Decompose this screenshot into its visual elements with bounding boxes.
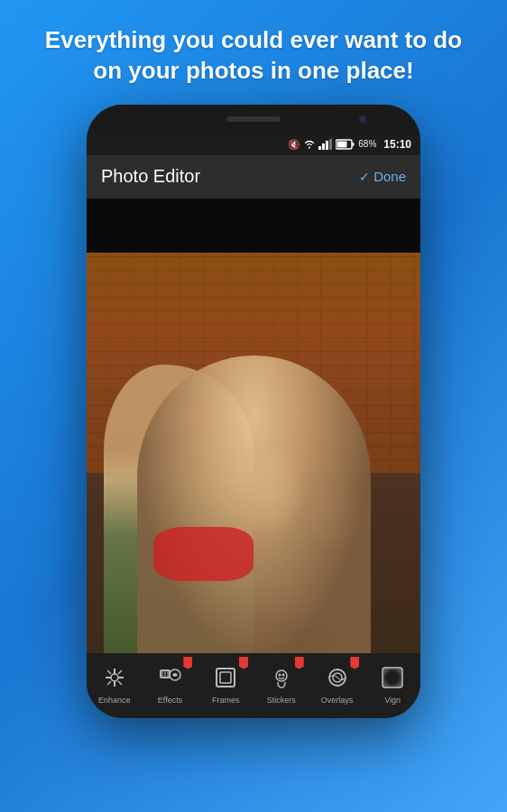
phone-top-hardware <box>87 105 420 134</box>
people-overlay <box>87 292 420 653</box>
wifi-icon <box>303 139 316 150</box>
front-camera <box>359 115 366 123</box>
stickers-badge <box>295 657 304 669</box>
status-icons: 🔇 68% <box>288 139 376 150</box>
svg-line-15 <box>107 681 111 685</box>
svg-rect-1 <box>318 146 321 150</box>
frames-icon <box>214 666 237 693</box>
speaker-grille <box>226 116 281 122</box>
stickers-label: Stickers <box>267 696 296 705</box>
toolbar-item-frames[interactable]: Frames <box>198 653 254 718</box>
effects-label: Effects <box>158 696 182 705</box>
toolbar-item-enhance[interactable]: Enhance <box>87 653 143 718</box>
svg-line-13 <box>107 670 111 674</box>
svg-rect-20 <box>217 669 235 687</box>
done-label: Done <box>373 169 406 184</box>
headline: Everything you could ever want to do on … <box>0 0 507 105</box>
status-bar: 🔇 68% 15:10 <box>87 134 420 155</box>
phone-mockup: 🔇 68% 15:10 <box>87 105 420 718</box>
svg-rect-4 <box>329 139 332 150</box>
svg-rect-7 <box>337 141 347 147</box>
battery-percent: 68% <box>358 139 376 149</box>
svg-point-22 <box>276 670 287 681</box>
checkmark-icon: ✓ <box>359 170 370 184</box>
stickers-icon <box>270 666 293 693</box>
enhance-icon <box>103 666 126 693</box>
app-title: Photo Editor <box>101 166 200 187</box>
effects-badge <box>183 657 192 669</box>
photo-background <box>87 253 420 653</box>
black-top-area <box>87 198 420 253</box>
red-scarf <box>153 527 254 581</box>
svg-rect-6 <box>353 143 355 146</box>
svg-rect-27 <box>383 668 402 687</box>
toolbar-item-vign[interactable]: Vign <box>364 653 420 718</box>
svg-rect-21 <box>220 672 231 683</box>
overlays-icon <box>326 666 349 693</box>
person-main <box>137 355 371 653</box>
signal-icon <box>318 139 333 150</box>
overlays-badge <box>350 657 359 669</box>
mute-icon: 🔇 <box>288 139 300 150</box>
svg-point-12 <box>111 674 118 681</box>
toolbar-item-overlays[interactable]: Overlays <box>309 653 365 718</box>
battery-icon <box>336 139 355 150</box>
svg-line-14 <box>118 670 122 674</box>
svg-point-23 <box>278 674 281 677</box>
bottom-toolbar: Enhance Effects <box>87 653 420 718</box>
vign-label: Vign <box>384 696 401 705</box>
svg-point-24 <box>281 674 284 677</box>
status-time: 15:10 <box>383 138 411 151</box>
photo-display[interactable] <box>87 253 420 653</box>
app-bar: Photo Editor ✓ Done <box>87 155 420 198</box>
svg-rect-2 <box>322 143 325 150</box>
svg-line-16 <box>118 681 122 685</box>
frames-label: Frames <box>212 696 240 705</box>
vign-icon <box>381 666 404 693</box>
toolbar-item-effects[interactable]: Effects <box>143 653 198 718</box>
enhance-label: Enhance <box>98 696 131 705</box>
effects-icon <box>159 666 182 693</box>
svg-text:🔇: 🔇 <box>288 139 300 150</box>
toolbar-item-stickers[interactable]: Stickers <box>254 653 309 718</box>
frames-badge <box>239 657 248 669</box>
done-button[interactable]: ✓ Done <box>359 169 406 184</box>
overlays-label: Overlays <box>321 696 354 705</box>
svg-rect-3 <box>326 141 328 150</box>
